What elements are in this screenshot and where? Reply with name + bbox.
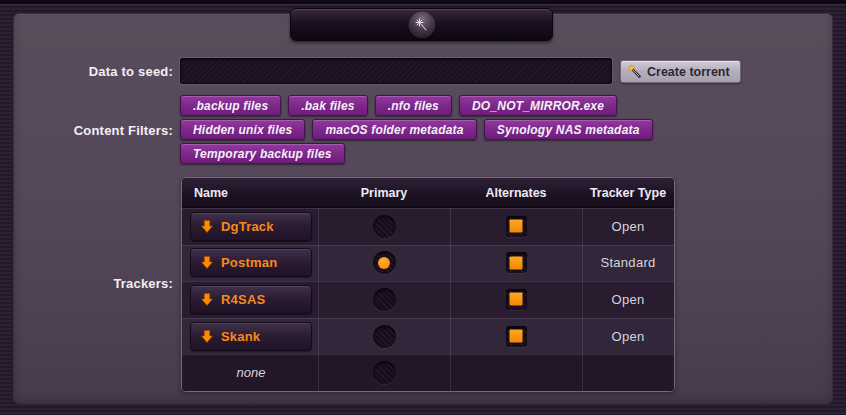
tracker-primary-cell — [318, 354, 450, 391]
tracker-type-cell: Open — [582, 318, 674, 355]
tracker-type-value: Open — [611, 329, 644, 344]
trackers-table-body: DgTrackOpenPostmanStandardR4SASOpenSkank… — [182, 208, 674, 391]
tracker-row-none: none — [182, 354, 674, 391]
tracker-none-label: none — [190, 365, 318, 380]
filter-chip-row: .backup files.bak files.nfo filesDO_NOT_… — [180, 95, 670, 116]
tracker-row-r4sas: R4SASOpen — [182, 281, 674, 318]
filter-chip-backup-files[interactable]: .backup files — [180, 95, 281, 116]
tracker-alternates-cell — [450, 318, 582, 355]
torrent-creator-window: Data to seed: Create torrent Content Fil… — [0, 0, 846, 415]
data-to-seed-input[interactable] — [180, 58, 612, 84]
tracker-name-cell: none — [182, 354, 318, 391]
trackers-label: Trackers: — [8, 276, 173, 291]
filter-chip-do-not-mirror-exe[interactable]: DO_NOT_MIRROR.exe — [459, 95, 617, 116]
tracker-alternates-cell — [450, 281, 582, 318]
trackers-table: NamePrimaryAlternatesTracker Type DgTrac… — [181, 177, 675, 392]
tracker-primary-cell — [318, 245, 450, 282]
filter-chip-row: Hidden unix filesmacOS folder metadataSy… — [180, 119, 670, 140]
tracker-type-cell — [582, 354, 674, 391]
tracker-name-label: Postman — [221, 255, 277, 270]
down-arrow-icon — [201, 330, 213, 343]
tracker-primary-cell — [318, 208, 450, 245]
tracker-primary-radio-skank[interactable] — [373, 325, 396, 348]
tracker-name-cell: DgTrack — [182, 208, 318, 245]
tracker-type-value: Open — [611, 292, 644, 307]
tracker-name-label: R4SAS — [221, 292, 265, 307]
data-to-seed-label: Data to seed: — [8, 64, 173, 79]
column-header-primary: Primary — [318, 186, 450, 200]
tracker-name-button-postman[interactable]: Postman — [190, 248, 312, 277]
tracker-name-cell: Skank — [182, 318, 318, 355]
tracker-name-label: DgTrack — [221, 219, 274, 234]
filter-chip-synology-nas-metadata[interactable]: Synology NAS metadata — [484, 119, 653, 140]
filter-chip-hidden-unix-files[interactable]: Hidden unix files — [180, 119, 305, 140]
down-arrow-icon — [201, 220, 213, 233]
tracker-row-skank: SkankOpen — [182, 318, 674, 355]
tracker-alternates-checkbox-postman[interactable] — [506, 252, 527, 273]
tracker-alternates-cell — [450, 208, 582, 245]
filter-chip-macos-folder-metadata[interactable]: macOS folder metadata — [312, 119, 476, 140]
window-top-strip — [0, 0, 846, 5]
down-arrow-icon — [201, 256, 213, 269]
magic-wand-icon — [627, 64, 642, 79]
column-header-tracker-type: Tracker Type — [582, 186, 674, 200]
tracker-alternates-cell — [450, 245, 582, 282]
tracker-alternates-checkbox-dgtrack[interactable] — [506, 216, 527, 237]
tracker-row-dgtrack: DgTrackOpen — [182, 208, 674, 245]
tracker-name-button-dgtrack[interactable]: DgTrack — [190, 212, 312, 241]
filter-chip-row: Temporary backup files — [180, 143, 670, 164]
tracker-type-cell: Open — [582, 281, 674, 318]
tracker-type-cell: Standard — [582, 245, 674, 282]
tracker-name-button-r4sas[interactable]: R4SAS — [190, 285, 312, 314]
tracker-primary-radio-none[interactable] — [373, 361, 396, 384]
filter-chip-temporary-backup-files[interactable]: Temporary backup files — [180, 143, 345, 164]
content-filters-label: Content Filters: — [8, 123, 173, 138]
column-header-alternates: Alternates — [450, 186, 582, 200]
column-header-name: Name — [182, 186, 318, 200]
tracker-alternates-cell — [450, 354, 582, 391]
tracker-type-value: Open — [611, 219, 644, 234]
trackers-table-header: NamePrimaryAlternatesTracker Type — [182, 178, 674, 208]
tracker-name-label: Skank — [221, 329, 260, 344]
tracker-primary-radio-postman[interactable] — [373, 251, 396, 274]
filter-chip-nfo-files[interactable]: .nfo files — [375, 95, 452, 116]
magic-wand-sparkle-icon — [408, 11, 435, 38]
filter-chip-bak-files[interactable]: .bak files — [288, 95, 367, 116]
tracker-primary-cell — [318, 281, 450, 318]
tracker-primary-radio-r4sas[interactable] — [373, 288, 396, 311]
tracker-type-cell: Open — [582, 208, 674, 245]
tracker-name-cell: R4SAS — [182, 281, 318, 318]
tracker-type-value: Standard — [600, 255, 655, 270]
tracker-row-postman: PostmanStandard — [182, 245, 674, 282]
tracker-alternates-checkbox-skank[interactable] — [506, 326, 527, 347]
create-torrent-button[interactable]: Create torrent — [620, 60, 741, 83]
tracker-primary-cell — [318, 318, 450, 355]
tracker-primary-radio-dgtrack[interactable] — [373, 215, 396, 238]
down-arrow-icon — [201, 293, 213, 306]
content-filter-chips: .backup files.bak files.nfo filesDO_NOT_… — [180, 95, 670, 167]
tracker-name-cell: Postman — [182, 245, 318, 282]
tracker-name-button-skank[interactable]: Skank — [190, 322, 312, 351]
create-torrent-label: Create torrent — [647, 65, 730, 79]
header-collapse-button[interactable] — [290, 8, 553, 41]
tracker-alternates-checkbox-r4sas[interactable] — [506, 289, 527, 310]
